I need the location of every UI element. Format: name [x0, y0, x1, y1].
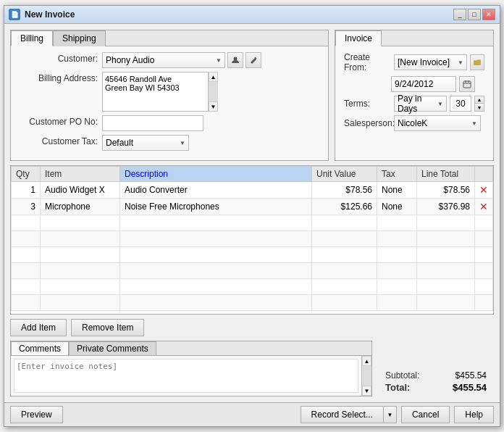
delete-row-1-icon[interactable]: ✕ [479, 184, 488, 196]
tab-invoice[interactable]: Invoice [335, 30, 382, 46]
total-label: Total: [385, 382, 410, 393]
footer-bar: Preview Record Select... ▼ Cancel Help [4, 402, 500, 426]
tab-billing[interactable]: Billing [11, 30, 53, 46]
comments-scroll-up[interactable]: ▲ [362, 356, 371, 366]
customer-label: Customer: [18, 52, 98, 64]
tab-comments[interactable]: Comments [11, 341, 69, 355]
cancel-button[interactable]: Cancel [401, 406, 450, 423]
record-select-button[interactable]: Record Select... [301, 406, 384, 423]
address-line1: 45646 Randoll Ave [105, 75, 215, 83]
customer-lookup-button[interactable] [227, 52, 243, 68]
calendar-button[interactable] [459, 76, 475, 92]
person-icon [231, 56, 240, 65]
help-button[interactable]: Help [454, 406, 494, 423]
folder-icon [473, 58, 482, 67]
terms-up-arrow[interactable]: ▲ [474, 96, 484, 104]
cell-unit-2: $125.66 [312, 199, 377, 215]
customer-dropdown[interactable]: Phony Audio ▼ [102, 52, 225, 68]
cell-qty-2: 3 [12, 199, 41, 215]
date-dropdown[interactable]: 9/24/2012 [391, 76, 456, 92]
tab-shipping[interactable]: Shipping [53, 30, 106, 46]
cell-desc-1: Audio Converter [120, 182, 312, 199]
subtotal-label: Subtotal: [385, 370, 419, 381]
create-from-icon-btn[interactable] [470, 54, 484, 70]
address-box: 45646 Randoll Ave Green Bay WI 54303 [102, 72, 218, 112]
salesperson-row: Salesperson: NicoleK ▼ [340, 115, 489, 131]
address-line2: Green Bay WI 54303 [105, 83, 215, 92]
remove-item-button[interactable]: Remove Item [71, 319, 144, 336]
table-body: 1 Audio Widget X Audio Converter $78.56 … [12, 182, 493, 311]
comments-tabs: Comments Private Comments [11, 341, 371, 356]
window-title: New Invoice [25, 9, 75, 20]
customer-tax-row: Customer Tax: Default ▼ [18, 135, 321, 151]
svg-point-0 [234, 57, 238, 61]
total-row: Total: $455.54 [385, 381, 487, 394]
date-row: 9/24/2012 [340, 76, 489, 92]
create-from-value: [New Invoice] [398, 57, 450, 67]
scroll-up-arrow[interactable]: ▲ [209, 72, 218, 82]
comments-textarea[interactable] [14, 359, 358, 393]
cell-delete-1[interactable]: ✕ [475, 182, 493, 199]
cell-desc-2: Noise Free Microphones [120, 199, 312, 215]
col-tax: Tax [377, 167, 417, 182]
table-row: 3 Microphone Noise Free Microphones $125… [12, 199, 493, 215]
subtotal-row: Subtotal: $455.54 [385, 370, 487, 381]
salesperson-dropdown[interactable]: NicoleK ▼ [394, 115, 481, 131]
cell-tax-1: None [377, 182, 417, 199]
create-from-row: Create From: [New Invoice] ▼ [340, 52, 489, 72]
customer-edit-button[interactable] [245, 52, 261, 68]
table-row: 1 Audio Widget X Audio Converter $78.56 … [12, 182, 493, 199]
address-scrollbar: ▲ ▼ [208, 72, 218, 112]
table-header-row: Qty Item Description Unit Value Tax Line… [12, 167, 493, 182]
cell-item-2: Microphone [41, 199, 120, 215]
svg-rect-1 [474, 60, 481, 65]
customer-control-group: Phony Audio ▼ [102, 52, 321, 68]
create-from-arrow: ▼ [458, 59, 463, 66]
col-unit-value: Unit Value [312, 167, 377, 182]
empty-row [12, 279, 493, 295]
add-item-button[interactable]: Add Item [10, 319, 67, 336]
col-qty: Qty [12, 167, 41, 182]
customer-po-input[interactable] [102, 115, 203, 131]
terms-days-input[interactable] [450, 96, 471, 112]
tab-private-comments[interactable]: Private Comments [69, 341, 156, 355]
salesperson-value: NicoleK [398, 118, 427, 128]
cell-unit-1: $78.56 [312, 182, 377, 199]
address-box-wrapper: 45646 Randoll Ave Green Bay WI 54303 ▲ ▼ [102, 72, 218, 112]
terms-dropdown[interactable]: Pay in Days ▼ [394, 96, 447, 112]
customer-po-label: Customer PO No: [18, 115, 98, 127]
date-value: 9/24/2012 [395, 79, 433, 89]
col-description: Description [120, 167, 312, 182]
item-buttons-row: Add Item Remove Item [10, 319, 494, 336]
delete-row-2-icon[interactable]: ✕ [479, 201, 488, 212]
title-bar: 📄 New Invoice _ □ ✕ [4, 6, 500, 24]
maximize-button[interactable]: □ [468, 9, 481, 20]
terms-down-arrow[interactable]: ▼ [474, 104, 484, 112]
minimize-button[interactable]: _ [453, 9, 466, 20]
customer-tax-dropdown[interactable]: Default ▼ [102, 135, 189, 151]
subtotal-value: $455.54 [455, 370, 487, 381]
table-head: Qty Item Description Unit Value Tax Line… [12, 167, 493, 182]
close-button[interactable]: ✕ [482, 9, 495, 20]
window-icon: 📄 [9, 9, 20, 20]
customer-dropdown-arrow: ▼ [216, 57, 222, 64]
record-select-dropdown-arrow[interactable]: ▼ [384, 406, 397, 423]
cell-qty-1: 1 [12, 182, 41, 199]
salesperson-arrow: ▼ [471, 120, 477, 127]
scroll-down-arrow[interactable]: ▼ [209, 101, 218, 112]
empty-row [12, 295, 493, 311]
calendar-icon [463, 80, 471, 88]
comments-scrollbar: ▲ ▼ [361, 356, 371, 396]
customer-row: Customer: Phony Audio ▼ [18, 52, 321, 68]
create-from-dropdown[interactable]: [New Invoice] ▼ [394, 54, 467, 70]
cell-tax-2: None [377, 199, 417, 215]
cell-delete-2[interactable]: ✕ [475, 199, 493, 215]
billing-tab-bar: Billing Shipping [11, 30, 328, 46]
comments-panel: Comments Private Comments ▲ ▼ [10, 341, 372, 396]
total-value: $455.54 [453, 382, 487, 393]
preview-button[interactable]: Preview [10, 406, 63, 423]
billing-address-row: Billing Address: 45646 Randoll Ave Green… [18, 72, 321, 112]
cell-total-1: $78.56 [417, 182, 475, 199]
comments-scroll-down[interactable]: ▼ [362, 386, 371, 396]
customer-tax-value: Default [106, 138, 133, 148]
